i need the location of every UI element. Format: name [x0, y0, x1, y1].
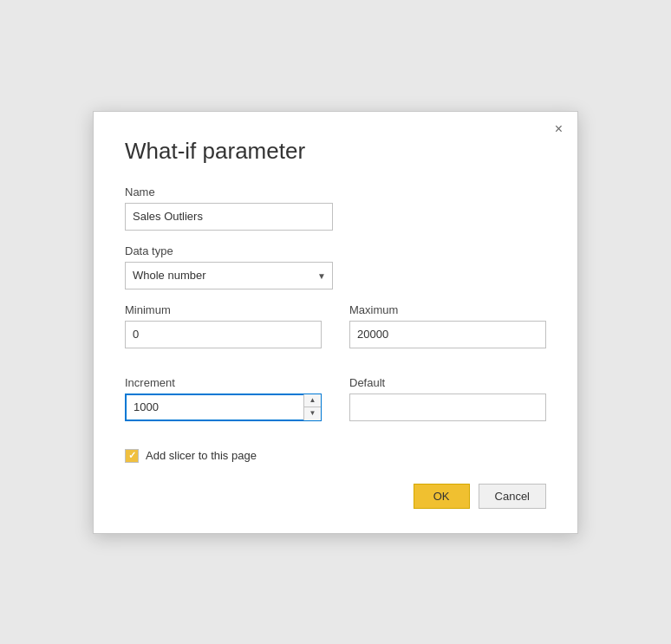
- default-col: Default: [349, 376, 546, 435]
- name-input[interactable]: [125, 203, 333, 231]
- default-input[interactable]: [349, 394, 546, 421]
- maximum-col: Maximum: [349, 303, 546, 362]
- name-label: Name: [125, 185, 546, 198]
- data-type-select[interactable]: Whole number Decimal number Fixed decima…: [125, 262, 333, 289]
- increment-col: Increment ▲ ▼: [125, 376, 322, 435]
- spinner-down-button[interactable]: ▼: [304, 407, 321, 420]
- cancel-button[interactable]: Cancel: [479, 484, 546, 509]
- minimum-group: Minimum: [125, 303, 322, 348]
- increment-wrapper: ▲ ▼: [125, 394, 322, 421]
- data-type-select-wrapper: Whole number Decimal number Fixed decima…: [125, 262, 333, 289]
- ok-button[interactable]: OK: [414, 484, 470, 509]
- default-group: Default: [349, 376, 546, 421]
- minimum-input[interactable]: [125, 321, 322, 348]
- increment-default-row: Increment ▲ ▼ Default: [125, 376, 546, 435]
- spinner-up-button[interactable]: ▲: [304, 394, 321, 408]
- name-group: Name: [125, 185, 546, 231]
- data-type-group: Data type Whole number Decimal number Fi…: [125, 244, 546, 289]
- minimum-label: Minimum: [125, 303, 322, 316]
- increment-input[interactable]: [125, 394, 322, 421]
- slicer-checkbox-row: ✓ Add slicer to this page: [125, 449, 546, 463]
- dialog-footer: OK Cancel: [125, 484, 546, 509]
- maximum-group: Maximum: [349, 303, 546, 348]
- dialog-title: What-if parameter: [125, 138, 546, 165]
- minimum-col: Minimum: [125, 303, 322, 362]
- default-label: Default: [349, 376, 546, 389]
- increment-group: Increment ▲ ▼: [125, 376, 322, 421]
- data-type-label: Data type: [125, 244, 546, 257]
- spinner-buttons: ▲ ▼: [303, 394, 321, 420]
- add-slicer-label: Add slicer to this page: [146, 449, 257, 462]
- maximum-input[interactable]: [349, 321, 546, 348]
- close-button[interactable]: ×: [550, 120, 567, 138]
- add-slicer-checkbox[interactable]: ✓: [125, 449, 139, 463]
- checkmark-icon: ✓: [128, 451, 136, 460]
- min-max-row: Minimum Maximum: [125, 303, 546, 362]
- dialog: × What-if parameter Name Data type Whole…: [93, 111, 578, 534]
- maximum-label: Maximum: [349, 303, 546, 316]
- increment-label: Increment: [125, 376, 322, 389]
- dialog-overlay: × What-if parameter Name Data type Whole…: [0, 0, 671, 644]
